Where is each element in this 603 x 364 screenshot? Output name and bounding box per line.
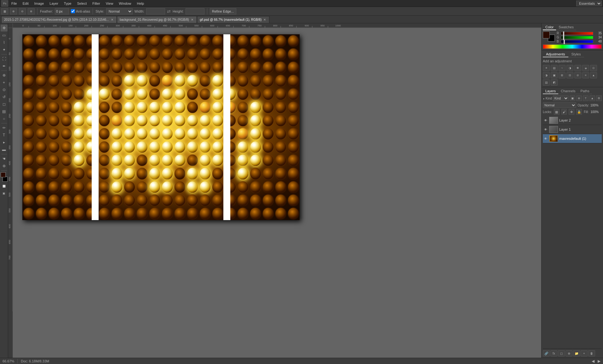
height-input[interactable]	[186, 8, 204, 14]
brightness-adj[interactable]: ☀	[543, 65, 550, 71]
menu-file[interactable]: File	[9, 1, 20, 6]
menu-help[interactable]: Help	[134, 1, 146, 6]
menu-image[interactable]: Image	[32, 1, 47, 6]
huesat-adj[interactable]: ⬙	[582, 65, 589, 71]
select-mode-icon[interactable]: ⊕	[10, 8, 17, 14]
photofil-adj[interactable]: ▣	[551, 72, 558, 78]
tab-0[interactable]: 2015-1-27-370852402032741-Recovered.jpg …	[1, 16, 117, 23]
g-slider-thumb[interactable]	[563, 36, 564, 40]
adjustments-tab[interactable]: Adjustments	[543, 52, 568, 57]
eraser-tool[interactable]: ◻	[1, 101, 8, 108]
screen-mode-btn[interactable]: ▣	[1, 190, 8, 197]
lock-position[interactable]: ✥	[569, 109, 574, 115]
type-tool[interactable]: T	[1, 132, 8, 139]
anti-alias-checkbox[interactable]	[71, 9, 75, 13]
style-select[interactable]: Normal Fixed Ratio Fixed Size	[106, 8, 133, 14]
colorbal-adj[interactable]: ⊙	[590, 65, 597, 71]
quick-select-tool[interactable]: ✦	[1, 46, 8, 53]
r-slider-thumb[interactable]	[563, 31, 564, 36]
layer-vis-2[interactable]: 👁	[543, 118, 548, 122]
tab-2[interactable]: gif.psd @ 66.7% (maxresdefault (1), RGB/…	[197, 16, 269, 23]
delete-layer-btn[interactable]: 🗑	[588, 350, 595, 356]
layer-filter-pixel[interactable]: ▣	[570, 95, 575, 101]
zoom-tool[interactable]: ⊕	[1, 162, 8, 169]
move-tool[interactable]: ✥	[1, 25, 8, 31]
hand-tool[interactable]: ☚	[1, 155, 8, 162]
path-select-tool[interactable]: ▸	[1, 139, 8, 146]
lock-all[interactable]: 🔒	[576, 109, 582, 115]
add-layer-btn[interactable]: +	[581, 350, 588, 356]
layer-vis-0[interactable]: 👁	[543, 136, 548, 141]
tab-1-close[interactable]: ✕	[190, 18, 194, 21]
rect-select-tool[interactable]: ▭	[1, 32, 8, 39]
lock-pixels[interactable]: 🖌	[561, 109, 567, 115]
levels-adj[interactable]: ▤	[551, 65, 558, 71]
menu-filter[interactable]: Filter	[90, 1, 102, 6]
gradient-tool[interactable]: ▤	[1, 108, 8, 115]
foreground-color-swatch[interactable]	[1, 172, 6, 177]
channels-tab[interactable]: Channels	[558, 88, 578, 94]
tab-0-close[interactable]: ✕	[110, 18, 114, 21]
background-color-swatch[interactable]	[3, 177, 8, 182]
layer-filter-adj[interactable]: ⊕	[576, 95, 582, 101]
layer-filter-smart[interactable]: ⚙	[596, 95, 602, 101]
menu-view[interactable]: View	[103, 1, 116, 6]
b-slider-thumb[interactable]	[564, 40, 565, 44]
add-style-btn[interactable]: fx	[550, 350, 557, 356]
threshold-adj[interactable]: ▲	[590, 72, 597, 78]
colorlook-adj[interactable]: ⊟	[566, 72, 573, 78]
add-mask-btn[interactable]: ◻	[558, 350, 565, 356]
gradient-map-adj[interactable]: ▤	[543, 79, 550, 86]
layer-vis-1[interactable]: 👁	[543, 127, 548, 132]
tab-1[interactable]: background_01-Recovered.jpg @ 66.7% (RGB…	[117, 16, 197, 23]
menu-edit[interactable]: Edit	[20, 1, 31, 6]
shape-tool[interactable]: ▬	[1, 146, 8, 153]
posterize-adj[interactable]: ≡	[582, 72, 589, 78]
history-brush-tool[interactable]: ↺	[1, 94, 8, 100]
brush-tool[interactable]: ⌖	[1, 79, 8, 86]
paths-tab[interactable]: Paths	[578, 88, 592, 94]
fg-color-box[interactable]	[543, 31, 550, 38]
crop-tool[interactable]: ⛶	[1, 55, 8, 62]
layers-tab[interactable]: Layers	[543, 88, 558, 94]
layer-filter-shape[interactable]: ▲	[589, 95, 595, 101]
lasso-tool[interactable]: ⌇	[1, 39, 8, 46]
quick-mask-btn[interactable]: ⬜	[1, 183, 8, 190]
select-sub-icon[interactable]: ⊖	[19, 8, 26, 14]
menu-select[interactable]: Select	[75, 1, 89, 6]
pen-tool[interactable]: ✏	[1, 124, 8, 131]
lock-transparent[interactable]: ▦	[554, 109, 560, 115]
styles-tab[interactable]: Styles	[568, 52, 584, 57]
selective-color-adj[interactable]: ◩	[551, 79, 558, 86]
menu-type[interactable]: Type	[61, 1, 74, 6]
workspace-selector[interactable]: Essentials	[576, 1, 602, 6]
swatches-tab[interactable]: Swatches	[556, 25, 576, 30]
layer-item-0[interactable]: 👁 maxresdefault (1)	[543, 134, 602, 143]
blend-mode-select[interactable]: Normal Multiply Screen Overlay	[543, 102, 576, 108]
curves-adj[interactable]: ~	[559, 65, 566, 71]
eyedropper-tool[interactable]: ✒	[1, 63, 8, 70]
menu-layer[interactable]: Layer	[47, 1, 61, 6]
scroll-left-btn[interactable]: ◀	[592, 359, 594, 363]
refine-edge-button[interactable]: Refine Edge...	[210, 8, 236, 14]
layer-kind-select[interactable]: Kind	[553, 95, 569, 101]
link-layers-btn[interactable]: 🔗	[543, 350, 550, 356]
canvas-scroll-area[interactable]	[13, 28, 541, 358]
layer-filter-type[interactable]: T	[583, 95, 589, 101]
color-tab[interactable]: Color	[543, 25, 556, 30]
menu-window[interactable]: Window	[116, 1, 134, 6]
width-input[interactable]	[146, 8, 165, 14]
scroll-right-btn[interactable]: ▶	[598, 359, 600, 363]
select-tool-icon[interactable]: ▦	[1, 8, 8, 14]
select-inter-icon[interactable]: ⊗	[28, 8, 35, 14]
vibrance-adj[interactable]: ❋	[574, 65, 581, 71]
invert-adj[interactable]: ⊘	[574, 72, 581, 78]
color-spectrum[interactable]	[543, 44, 602, 49]
clone-tool[interactable]: ⊙	[1, 86, 8, 93]
tab-2-close[interactable]: ✕	[263, 18, 267, 21]
spot-heal-tool[interactable]: ⊕	[1, 72, 8, 79]
chanmix-adj[interactable]: ⊞	[559, 72, 566, 78]
add-adj-btn[interactable]: ⊕	[566, 350, 572, 356]
exposure-adj[interactable]: ◑	[566, 65, 573, 71]
layer-item-2[interactable]: 👁 Layer 2	[543, 116, 602, 125]
